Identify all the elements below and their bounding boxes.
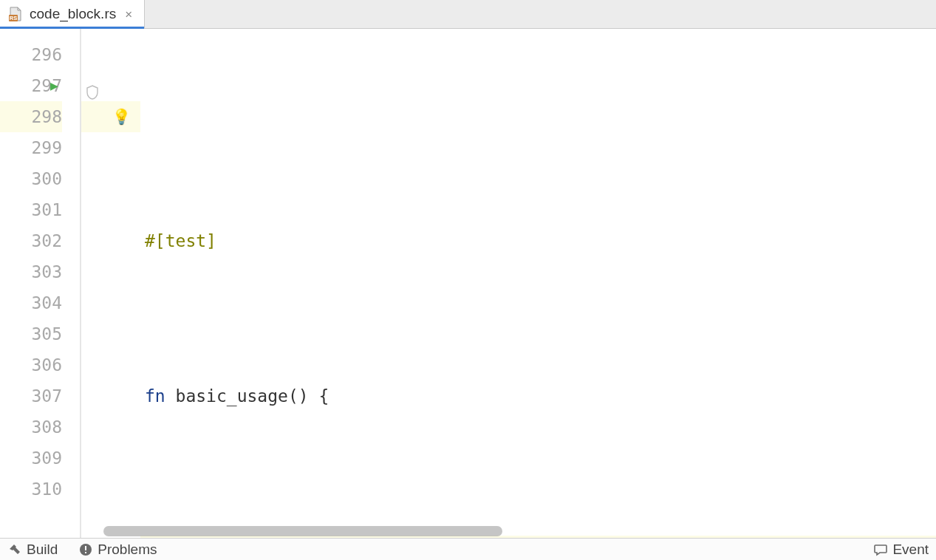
editor-tab[interactable]: RS code_block.rs × [0,0,145,28]
svg-rect-4 [85,552,86,553]
line-number: 296 [31,45,62,64]
line-number: 301 [31,200,62,219]
gutter-icon-column: 💡 [81,29,140,538]
event-log-button[interactable]: Event [873,542,929,558]
horizontal-scrollbar-thumb[interactable] [103,526,502,536]
line-number: 303 [31,262,62,281]
tab-title: code_block.rs [30,6,116,22]
line-number: 305 [31,324,62,344]
truncated-line-top [0,29,62,39]
run-test-gutter-icon[interactable]: ▶ [50,70,58,101]
build-tool-window-button[interactable]: Build [7,542,58,558]
line-number: 298 [31,107,62,126]
problems-label: Problems [98,542,157,558]
method-separator-icon [86,78,99,93]
line-number: 300 [31,169,62,188]
line-number: 307 [31,386,62,406]
code-text-area[interactable]: #[test] fn basic_usage() { let user_code… [140,29,936,538]
problems-tool-window-button[interactable]: Problems [78,542,157,558]
keyword: fn [145,386,176,406]
attribute: #[test] [145,231,216,250]
line-number: 310 [31,479,62,499]
line-number-gutter: 296 297 ▶ 298 299 300 301 302 303 304 30… [0,29,81,538]
code-editor[interactable]: 296 297 ▶ 298 299 300 301 302 303 304 30… [0,29,936,538]
hammer-icon [7,542,22,557]
line-number: 308 [31,417,62,437]
build-label: Build [27,542,58,558]
intention-bulb-icon[interactable]: 💡 [112,101,131,132]
function-name: basic_usage [176,386,288,406]
warning-circle-icon [78,542,93,557]
event-label: Event [892,542,929,558]
tool-window-bar: Build Problems Event [0,538,936,560]
svg-text:RS: RS [10,15,17,21]
line-number: 302 [31,231,62,250]
line-number: 299 [31,138,62,157]
rust-file-icon: RS [7,6,24,22]
tab-close-button[interactable]: × [122,7,135,21]
horizontal-scrollbar[interactable] [103,526,929,536]
editor-tab-bar: RS code_block.rs × [0,0,936,29]
code-line[interactable]: #[test] [140,225,936,256]
code-text: () { [288,386,329,406]
speech-bubble-icon [873,542,888,557]
svg-rect-3 [85,546,86,550]
line-number: 306 [31,355,62,375]
code-line[interactable]: fn basic_usage() { [140,380,936,412]
line-number: 304 [31,293,62,313]
line-number: 309 [31,448,62,468]
